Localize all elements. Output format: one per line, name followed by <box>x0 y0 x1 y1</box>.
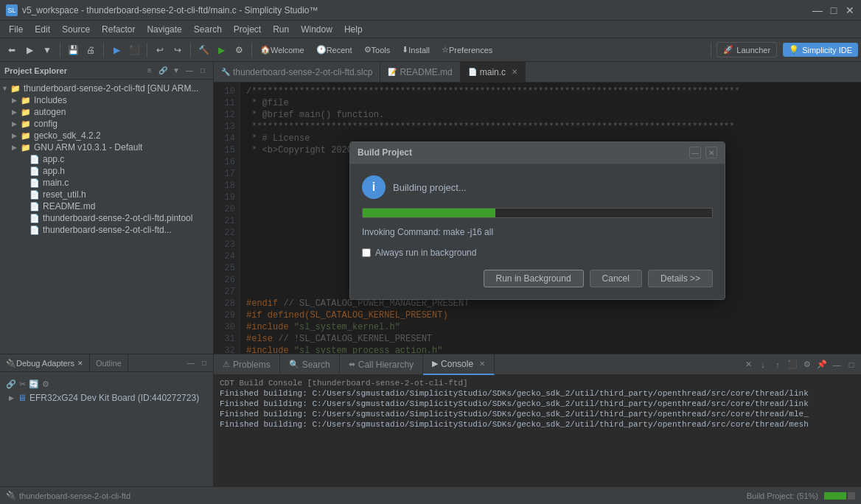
tree-item-gecko-sdk[interactable]: ▶ 📁 gecko_sdk_4.2.2 <box>0 130 213 141</box>
console-pin-btn[interactable]: 📌 <box>815 358 829 371</box>
console-maximize-btn[interactable]: □ <box>845 358 858 371</box>
console-settings-btn[interactable]: ⚙ <box>801 358 814 371</box>
toolbar: ⬅ ▶ ▼ 💾 🖨 ▶ ⬛ ↩ ↪ 🔨 ▶ ⚙ 🏠 Welcome 🕐 Rece… <box>0 38 861 62</box>
print-btn[interactable]: 🖨 <box>82 41 100 59</box>
stop-btn[interactable]: ⬛ <box>125 41 143 59</box>
tree-item-autogen[interactable]: ▶ 📁 autogen <box>0 106 213 118</box>
minimize-panel-btn[interactable]: — <box>184 65 195 77</box>
console-stop-btn[interactable]: ⬛ <box>786 358 799 371</box>
forward-btn[interactable]: ▼ <box>38 41 56 59</box>
config-btn[interactable]: ⚙ <box>230 41 248 59</box>
link-editor-btn[interactable]: 🔗 <box>157 65 169 77</box>
simplicity-ide-button[interactable]: 💡 Simplicity IDE <box>783 43 858 57</box>
collapse-all-btn[interactable]: ≡ <box>144 65 156 77</box>
console-tab[interactable]: ▶ Console ✕ <box>423 354 495 375</box>
debug-tab-close[interactable]: ✕ <box>77 360 83 367</box>
back-btn[interactable]: ▶ <box>21 41 38 59</box>
debug-toolbar-settings[interactable]: ⚙ <box>42 379 49 389</box>
debug-toolbar-disconnect[interactable]: ✂ <box>19 379 26 389</box>
menu-refactor[interactable]: Refactor <box>96 23 141 36</box>
console-clear-btn[interactable]: ✕ <box>742 358 755 371</box>
tab-slcp[interactable]: 🔧 thunderboard-sense-2-ot-cli-ftd.slcp <box>214 62 380 83</box>
console-scroll-down-btn[interactable]: ↓ <box>756 358 770 371</box>
search-tab[interactable]: 🔍 Search <box>280 354 340 375</box>
menu-file[interactable]: File <box>3 23 29 36</box>
close-button[interactable]: ✕ <box>845 5 855 15</box>
tree-item-config[interactable]: ▶ 📁 config <box>0 118 213 130</box>
tree-item-app-h[interactable]: 📄 app.h <box>0 165 213 177</box>
undo-btn[interactable]: ↩ <box>151 41 169 59</box>
dialog-minimize-btn[interactable]: — <box>689 147 701 158</box>
app-h-label: app.h <box>43 166 65 176</box>
menu-search[interactable]: Search <box>188 23 228 36</box>
debug-toolbar-connect[interactable]: 🔗 <box>6 379 16 389</box>
maximize-button[interactable]: □ <box>829 5 839 15</box>
maximize-panel-btn[interactable]: □ <box>197 65 209 77</box>
install-btn[interactable]: ⬇ Install <box>397 41 434 59</box>
redo-btn[interactable]: ↪ <box>169 41 187 59</box>
console-minimize-btn[interactable]: — <box>830 358 843 371</box>
tree-item-readme[interactable]: 📄 README.md <box>0 200 213 212</box>
launcher-button[interactable]: 🚀 Launcher <box>717 42 777 57</box>
console-output[interactable]: CDT Build Console [thunderboard-sense-2-… <box>214 375 861 486</box>
run-btn[interactable]: ▶ <box>212 41 230 59</box>
run-in-background-button[interactable]: Run in Background <box>484 270 584 287</box>
left-bottom-maximize[interactable]: □ <box>198 357 210 369</box>
console-tab-close[interactable]: ✕ <box>479 360 485 368</box>
debug-device-icon: 🖥 <box>18 393 27 403</box>
save-btn[interactable]: 💾 <box>64 41 82 59</box>
launcher-icon: 🚀 <box>723 45 733 55</box>
menu-project[interactable]: Project <box>228 23 267 36</box>
debug-toolbar-refresh[interactable]: 🔄 <box>29 379 39 389</box>
menu-source[interactable]: Source <box>56 23 96 36</box>
debug-btn[interactable]: ▶ <box>108 41 125 59</box>
tree-item-includes[interactable]: ▶ 📁 Includes <box>0 94 213 106</box>
problems-tab[interactable]: ⚠ Problems <box>214 354 280 375</box>
debug-adapters-tab[interactable]: 🔌 Debug Adapters ✕ <box>0 354 90 372</box>
includes-folder-icon: 📁 <box>21 96 31 105</box>
tree-item-main-c[interactable]: 📄 main.c <box>0 177 213 189</box>
cancel-button[interactable]: Cancel <box>590 270 642 287</box>
tree-item-project[interactable]: ▼ 📁 thunderboard-sense-2-ot-cli-ftd [GNU… <box>0 83 213 94</box>
minimize-button[interactable]: — <box>812 5 823 15</box>
toolbar-separator-1 <box>60 43 60 57</box>
menu-help[interactable]: Help <box>338 23 369 36</box>
tree-arrow-includes: ▶ <box>12 97 21 104</box>
build-progress-indicator <box>824 492 855 500</box>
always-run-checkbox[interactable] <box>362 248 371 257</box>
outline-tab[interactable]: Outline <box>90 354 128 372</box>
left-bottom-minimize[interactable]: — <box>185 357 197 369</box>
build-btn[interactable]: 🔨 <box>195 41 212 59</box>
welcome-btn[interactable]: 🏠 Welcome <box>256 41 309 59</box>
call-hierarchy-tab[interactable]: ⬌ Call Hierarchy <box>340 354 423 375</box>
recent-btn[interactable]: 🕐 Recent <box>312 41 357 59</box>
main-c-icon: 📄 <box>29 178 40 188</box>
tools-btn[interactable]: ⚙ Tools <box>360 41 395 59</box>
new-btn[interactable]: ⬅ <box>3 41 21 59</box>
tree-item-reset-util[interactable]: 📄 reset_util.h <box>0 189 213 200</box>
menu-run[interactable]: Run <box>267 23 295 36</box>
details-button[interactable]: Details >> <box>648 270 713 287</box>
tree-item-app-c[interactable]: 📄 app.c <box>0 153 213 165</box>
debug-device-item[interactable]: ▶ 🖥 EFR32xG24 Dev Kit Board (ID:44027272… <box>6 392 207 404</box>
reset-h-icon: 📄 <box>29 190 40 200</box>
tab-mainc[interactable]: 📄 main.c ✕ <box>461 62 526 83</box>
mainc-tab-close[interactable]: ✕ <box>512 68 517 76</box>
gnu-label: GNU ARM v10.3.1 - Default <box>34 142 142 153</box>
tab-readme[interactable]: 📝 README.md <box>380 62 460 83</box>
menu-window[interactable]: Window <box>295 23 338 36</box>
console-scroll-up-btn[interactable]: ↑ <box>771 358 784 371</box>
tree-item-pintool[interactable]: 📄 thunderboard-sense-2-ot-cli-ftd.pintoo… <box>0 212 213 224</box>
status-project-label: thunderboard-sense-2-ot-cli-ftd <box>19 491 130 500</box>
preferences-btn[interactable]: ☆ Preferences <box>437 41 497 59</box>
filter-btn[interactable]: ▼ <box>170 65 182 77</box>
tree-item-slcp[interactable]: 📄 thunderboard-sense-2-ot-cli-ftd... <box>0 224 213 236</box>
menu-navigate[interactable]: Navigate <box>141 23 187 36</box>
menu-edit[interactable]: Edit <box>29 23 56 36</box>
slcp-tab-icon: 🔧 <box>221 68 230 76</box>
toolbar-separator-right <box>711 43 711 57</box>
dialog-close-btn[interactable]: ✕ <box>705 147 717 158</box>
tree-item-gnu-arm[interactable]: ▶ 📁 GNU ARM v10.3.1 - Default <box>0 141 213 153</box>
pintool-icon: 📄 <box>29 214 40 223</box>
gnu-folder-icon: 📁 <box>21 143 31 153</box>
